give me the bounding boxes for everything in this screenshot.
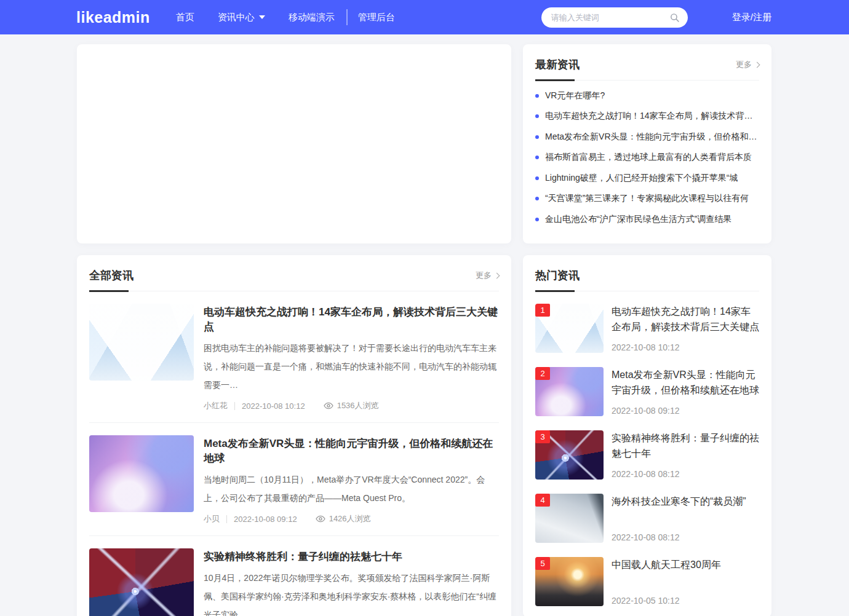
all-news-card: 全部资讯 更多 电动车超快充之战打响！14家车企布局，解读技术背后三大关键点 困… — [77, 255, 511, 616]
rank-badge: 4 — [535, 494, 550, 507]
section-title: 热门资讯 — [535, 268, 580, 283]
eye-icon — [324, 401, 333, 411]
hot-news-date: 2022-10-08 10:12 — [612, 342, 759, 353]
login-register-link[interactable]: 登录/注册 — [732, 12, 771, 23]
all-news-header: 全部资讯 更多 — [89, 255, 499, 291]
latest-news-list: VR元年在哪年? 电动车超快充之战打响！14家车企布局，解读技术背后三… Met… — [523, 85, 771, 230]
more-label: 更多 — [736, 59, 752, 70]
hot-thumbnail-quantum[interactable]: 3 — [535, 430, 604, 480]
nav-item-admin[interactable]: 管理后台 — [358, 12, 395, 23]
bullet-dot — [535, 114, 539, 118]
section-title: 全部资讯 — [89, 268, 134, 283]
latest-news-text: Lightning破壁，人们已经开始搜索下个撬开苹果“城 — [545, 173, 738, 184]
latest-news-item[interactable]: VR元年在哪年? — [535, 85, 759, 106]
latest-news-text: 福布斯首富易主，透过地球上最富有的人类看背后本质 — [545, 152, 752, 163]
rank-badge: 3 — [535, 430, 550, 443]
latest-news-text: Meta发布全新VR头显：性能向元宇宙升级，但价格和续…还 — [545, 132, 759, 143]
rank-badge: 5 — [535, 557, 550, 570]
main-nav: 首页 资讯中心 移动端演示 管理后台 — [176, 9, 395, 25]
hot-thumbnail-charger[interactable]: 1 — [535, 304, 604, 353]
more-link[interactable]: 更多 — [736, 59, 759, 70]
hot-news-title[interactable]: 海外科技企业寒冬下的“裁员潮” — [612, 494, 759, 509]
nav-item-mobile-demo[interactable]: 移动端演示 — [289, 12, 335, 23]
latest-news-text: “天宫课堂”第三课来了！专家揭秘此次课程与以往有何 — [545, 193, 749, 204]
hot-news-list: 1 电动车超快充之战打响！14家车企布局，解读技术背后三大关键点 2022-10… — [523, 304, 771, 616]
latest-news-item[interactable]: “天宫课堂”第三课来了！专家揭秘此次课程与以往有何 — [535, 189, 759, 210]
hot-news-item[interactable]: 1 电动车超快充之战打响！14家车企布局，解读技术背后三大关键点 2022-10… — [535, 304, 759, 353]
article-author: 小红花 — [204, 400, 228, 411]
article-thumbnail-vr[interactable] — [89, 435, 194, 512]
latest-news-header: 最新资讯 更多 — [535, 44, 759, 81]
latest-news-item[interactable]: 金山电池公布“沪广深市民绿色生活方式”调查结果 — [535, 209, 759, 230]
article-row[interactable]: 实验精神终将胜利：量子纠缠的祛魅七十年 10月4日，2022年诺贝尔物理学奖公布… — [89, 536, 499, 616]
hot-thumbnail-spacecar[interactable]: 5 — [535, 557, 604, 606]
nav-item-label: 资讯中心 — [218, 12, 255, 23]
views-count: 1426人浏览 — [329, 513, 371, 524]
article-views: 1536人浏览 — [324, 400, 379, 411]
bullet-dot — [535, 135, 539, 139]
hot-news-item[interactable]: 4 海外科技企业寒冬下的“裁员潮” 2022-10-08 08:12 — [535, 494, 759, 543]
views-count: 1536人浏览 — [337, 400, 379, 411]
latest-news-item[interactable]: 电动车超快充之战打响！14家车企布局，解读技术背后三… — [535, 106, 759, 127]
chevron-right-icon — [494, 273, 500, 279]
article-row[interactable]: Meta发布全新VR头显：性能向元宇宙升级，但价格和续航还在地球 当地时间周二（… — [89, 423, 499, 536]
bullet-dot — [535, 218, 539, 221]
logo[interactable]: likeadmin — [76, 9, 150, 26]
bullet-dot — [535, 176, 539, 180]
article-date: 2022-10-08 10:12 — [242, 401, 305, 411]
hot-news-date: 2022-10-08 08:12 — [612, 532, 759, 543]
latest-news-card: 最新资讯 更多 VR元年在哪年? 电动车超快充之战打响！14家车企布局，解读技术… — [523, 44, 771, 243]
article-excerpt: 当地时间周二（10月11日），Meta举办了VR年度大会“Connect 202… — [204, 470, 499, 507]
article-title[interactable]: 电动车超快充之战打响！14家车企布局，解读技术背后三大关键点 — [204, 305, 499, 334]
hot-news-title[interactable]: 实验精神终将胜利：量子纠缠的祛魅七十年 — [612, 430, 759, 461]
latest-news-text: 金山电池公布“沪广深市民绿色生活方式”调查结果 — [545, 214, 731, 225]
more-label: 更多 — [476, 270, 492, 281]
hot-news-date: 2022-10-05 10:12 — [612, 596, 759, 606]
banner-card — [77, 44, 511, 243]
latest-news-text: 电动车超快充之战打响！14家车企布局，解读技术背后三… — [545, 111, 759, 122]
latest-news-item[interactable]: Lightning破壁，人们已经开始搜索下个撬开苹果“城 — [535, 168, 759, 189]
latest-news-item[interactable]: Meta发布全新VR头显：性能向元宇宙升级，但价格和续…还 — [535, 127, 759, 148]
rank-badge: 2 — [535, 367, 550, 380]
article-thumbnail-quantum[interactable] — [89, 548, 194, 616]
article-author: 小贝 — [204, 513, 220, 524]
search-input[interactable] — [551, 13, 669, 22]
nav-item-home[interactable]: 首页 — [176, 12, 194, 23]
latest-news-item[interactable]: 福布斯首富易主，透过地球上最富有的人类看背后本质 — [535, 148, 759, 168]
hot-news-title[interactable]: 中国载人航天工程30周年 — [612, 557, 759, 572]
chevron-down-icon — [259, 15, 265, 19]
hot-news-card: 热门资讯 1 电动车超快充之战打响！14家车企布局，解读技术背后三大关键点 20… — [523, 255, 771, 616]
more-link[interactable]: 更多 — [476, 270, 499, 281]
hot-news-item[interactable]: 3 实验精神终将胜利：量子纠缠的祛魅七十年 2022-10-08 08:12 — [535, 430, 759, 480]
nav-divider — [346, 9, 348, 25]
hot-thumbnail-vr[interactable]: 2 — [535, 367, 604, 416]
hot-news-item[interactable]: 2 Meta发布全新VR头显：性能向元宇宙升级，但价格和续航还在地球 2022-… — [535, 367, 759, 416]
latest-news-text: VR元年在哪年? — [545, 90, 605, 101]
hot-news-date: 2022-10-08 09:12 — [612, 406, 759, 416]
article-row[interactable]: 电动车超快充之战打响！14家车企布局，解读技术背后三大关键点 困扰电动车主的补能… — [89, 291, 499, 423]
search-box[interactable] — [541, 7, 688, 28]
article-title[interactable]: Meta发布全新VR头显：性能向元宇宙升级，但价格和续航还在地球 — [204, 436, 499, 466]
section-title: 最新资讯 — [535, 57, 580, 72]
article-thumbnail-charger[interactable] — [89, 304, 194, 381]
article-meta: 小贝 2022-10-08 09:12 1426人浏览 — [204, 507, 499, 524]
bullet-dot — [535, 156, 539, 159]
bullet-dot — [535, 197, 539, 200]
page-content: 全部资讯 更多 电动车超快充之战打响！14家车企布局，解读技术背后三大关键点 困… — [77, 44, 771, 616]
bullet-dot — [535, 94, 539, 98]
article-meta: 小红花 2022-10-08 10:12 1536人浏览 — [204, 394, 499, 411]
hot-news-title[interactable]: 电动车超快充之战打响！14家车企布局，解读技术背后三大关键点 — [612, 304, 759, 334]
eye-icon — [316, 514, 325, 524]
hot-thumbnail-layoffs[interactable]: 4 — [535, 494, 604, 543]
nav-item-news-center[interactable]: 资讯中心 — [218, 12, 265, 23]
article-excerpt: 10月4日，2022年诺贝尔物理学奖公布。奖项颁发给了法国科学家阿兰·阿斯佩、美… — [204, 569, 499, 616]
article-views: 1426人浏览 — [316, 513, 371, 524]
hot-news-title[interactable]: Meta发布全新VR头显：性能向元宇宙升级，但价格和续航还在地球 — [612, 367, 759, 398]
search-icon[interactable] — [669, 12, 680, 23]
hot-news-item[interactable]: 5 中国载人航天工程30周年 2022-10-05 10:12 — [535, 557, 759, 606]
chevron-right-icon — [754, 62, 760, 68]
article-title[interactable]: 实验精神终将胜利：量子纠缠的祛魅七十年 — [204, 550, 499, 564]
hot-news-header: 热门资讯 — [535, 255, 759, 291]
navbar: likeadmin 首页 资讯中心 移动端演示 管理后台 登录/注册 — [0, 0, 849, 34]
article-list: 电动车超快充之战打响！14家车企布局，解读技术背后三大关键点 困扰电动车主的补能… — [77, 291, 511, 616]
